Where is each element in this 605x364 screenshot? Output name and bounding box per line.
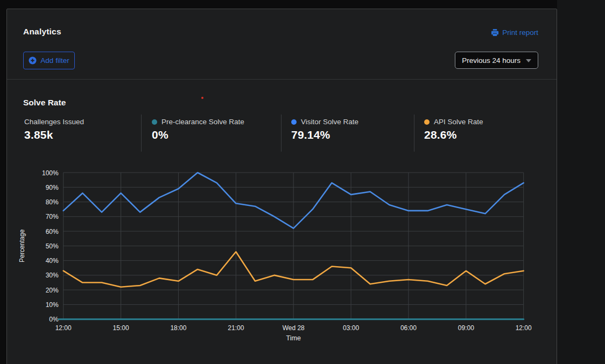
svg-text:30%: 30% bbox=[46, 272, 59, 279]
page-background-right bbox=[557, 0, 605, 364]
metric-value: 3.85k bbox=[24, 129, 84, 141]
metric-label: API Solve Rate bbox=[434, 118, 483, 126]
add-filter-button[interactable]: Add filter bbox=[23, 52, 75, 69]
svg-text:50%: 50% bbox=[46, 242, 59, 250]
svg-text:09:00: 09:00 bbox=[458, 324, 474, 332]
metric-label: Challenges Issued bbox=[24, 118, 84, 126]
svg-text:40%: 40% bbox=[46, 257, 59, 265]
svg-text:15:00: 15:00 bbox=[113, 324, 129, 332]
plus-circle-icon bbox=[29, 56, 37, 65]
print-report-link[interactable]: Print report bbox=[491, 28, 538, 37]
red-dot-artifact bbox=[201, 97, 203, 99]
svg-text:20%: 20% bbox=[46, 287, 59, 294]
svg-text:Time: Time bbox=[286, 334, 301, 342]
metric-divider bbox=[414, 115, 414, 152]
page-title: Analytics bbox=[23, 27, 61, 37]
header-divider bbox=[7, 79, 557, 80]
metric-divider bbox=[141, 115, 142, 152]
svg-text:12:00: 12:00 bbox=[55, 324, 72, 332]
metric-visitor-solve-rate: Visitor Solve Rate 79.14% bbox=[291, 115, 358, 152]
metric-challenges-issued: Challenges Issued 3.85k bbox=[24, 115, 84, 152]
svg-text:03:00: 03:00 bbox=[343, 324, 359, 332]
time-range-label: Previous 24 hours bbox=[462, 56, 520, 65]
svg-text:10%: 10% bbox=[46, 301, 59, 309]
svg-text:Wed 28: Wed 28 bbox=[283, 324, 305, 332]
metric-label: Visitor Solve Rate bbox=[301, 118, 358, 126]
chevron-down-icon bbox=[526, 59, 531, 62]
svg-text:0%: 0% bbox=[49, 316, 59, 323]
printer-icon bbox=[491, 28, 499, 37]
svg-text:18:00: 18:00 bbox=[170, 324, 186, 332]
pre-clearance-dot-icon bbox=[152, 119, 157, 125]
svg-text:70%: 70% bbox=[46, 213, 59, 220]
time-range-dropdown[interactable]: Previous 24 hours bbox=[455, 52, 538, 69]
solve-rate-chart: 0%10%20%30%40%50%60%70%80%90%100%12:0015… bbox=[17, 162, 550, 350]
visitor-dot-icon bbox=[291, 119, 297, 125]
svg-text:80%: 80% bbox=[46, 198, 59, 206]
metric-pre-clearance-solve-rate: Pre-clearance Solve Rate 0% bbox=[152, 115, 244, 152]
print-report-label: Print report bbox=[502, 28, 538, 37]
metric-label: Pre-clearance Solve Rate bbox=[161, 118, 244, 126]
metric-divider bbox=[281, 115, 282, 152]
metric-value: 79.14% bbox=[291, 129, 358, 141]
analytics-card: Analytics Print report Add filter Previo… bbox=[6, 9, 557, 364]
svg-text:100%: 100% bbox=[42, 169, 59, 177]
metric-value: 28.6% bbox=[424, 129, 483, 141]
svg-text:60%: 60% bbox=[46, 228, 59, 235]
svg-text:90%: 90% bbox=[46, 184, 59, 191]
metric-value: 0% bbox=[152, 129, 244, 141]
api-dot-icon bbox=[424, 119, 430, 125]
svg-text:12:00: 12:00 bbox=[516, 324, 532, 332]
chart-area: 0%10%20%30%40%50%60%70%80%90%100%12:0015… bbox=[17, 162, 550, 352]
metric-api-solve-rate: API Solve Rate 28.6% bbox=[424, 115, 483, 152]
svg-text:21:00: 21:00 bbox=[228, 324, 244, 332]
svg-text:Percentage: Percentage bbox=[18, 229, 26, 262]
svg-text:06:00: 06:00 bbox=[400, 324, 417, 332]
add-filter-label: Add filter bbox=[40, 56, 69, 65]
solve-rate-title: Solve Rate bbox=[23, 98, 66, 108]
